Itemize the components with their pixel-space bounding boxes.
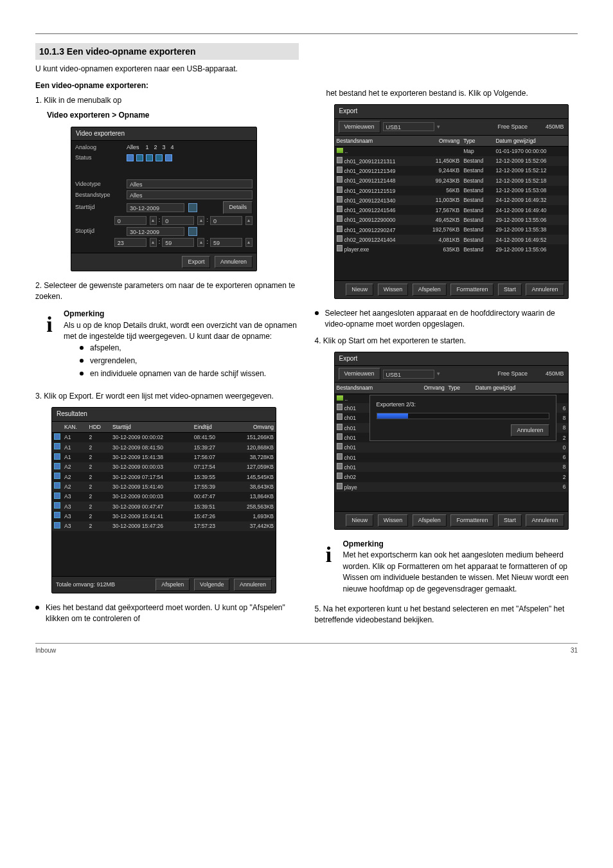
bullet-icon [35, 606, 39, 610]
start-h[interactable]: 0 [114, 216, 147, 225]
formatteren-button[interactable]: Formatteren [450, 284, 493, 296]
spin-icon[interactable]: ▴ [245, 238, 253, 247]
start-button[interactable]: Start [498, 514, 522, 527]
progress-cancel-button[interactable]: Annuleren [511, 424, 549, 437]
stop-m[interactable]: 59 [162, 238, 194, 247]
table-row[interactable]: ch01_20091212144899,243KBBestand12-12-20… [335, 176, 568, 185]
row-checkbox[interactable] [54, 453, 60, 460]
spin-icon[interactable]: ▴ [197, 216, 204, 225]
table-row[interactable]: A2230-12-2009 15:41:4017:55:3938,643KB [52, 482, 276, 491]
nieuw-button[interactable]: Nieuw [346, 284, 373, 296]
col-omvang: Omvang [420, 136, 461, 147]
start-s[interactable]: 0 [210, 216, 242, 225]
export-title: Export [335, 105, 568, 119]
page-footer: Inbouw 31 [35, 643, 578, 656]
row-checkbox[interactable] [54, 502, 60, 509]
table-row[interactable]: A2230-12-2009 00:00:0307:17:54127,059KB [52, 462, 276, 472]
spin-icon[interactable]: ▴ [150, 216, 157, 225]
annuleren-button[interactable]: Annuleren [234, 579, 272, 591]
refresh-button[interactable]: Vernieuwen [339, 368, 380, 380]
note-block-1: i Opmerking Als u op de knop Details dru… [35, 309, 299, 381]
spin-icon[interactable]: ▴ [245, 216, 253, 225]
status-cb-3[interactable] [146, 154, 153, 161]
volgende-button[interactable]: Volgende [194, 579, 230, 591]
calendar-icon[interactable] [188, 227, 197, 236]
start-m[interactable]: 0 [162, 216, 194, 225]
afspelen-button[interactable]: Afspelen [155, 579, 190, 591]
table-row[interactable]: A3230-12-2009 00:47:4715:39:51258,563KB [52, 502, 276, 511]
table-row[interactable]: player.exe635KBBestand29-12-2009 13:55:0… [335, 244, 568, 254]
status-cb-2[interactable] [136, 154, 143, 161]
table-row[interactable]: A3230-12-2009 00:00:0300:47:4713,864KB [52, 492, 276, 502]
results-title: Resultaten [52, 408, 276, 422]
row-checkbox[interactable] [54, 433, 60, 440]
spin-icon[interactable]: ▴ [150, 238, 157, 247]
start-button[interactable]: Start [498, 284, 522, 296]
device-select[interactable]: USB1 [383, 370, 434, 379]
details-button[interactable]: Details [223, 201, 253, 213]
table-row[interactable]: A1230-12-2009 08:41:5015:39:27120,868KB [52, 442, 276, 452]
wissen-button[interactable]: Wissen [378, 284, 409, 296]
annuleren-button[interactable]: Annuleren [526, 514, 564, 527]
status-cb-5[interactable] [165, 154, 172, 161]
row-checkbox[interactable] [54, 482, 60, 489]
table-row[interactable]: A3230-12-2009 15:47:2617:57:2337,442KB [52, 521, 276, 531]
export-button[interactable]: Export [182, 256, 210, 268]
status-cb-4[interactable] [155, 154, 163, 161]
file-icon [337, 186, 342, 193]
table-row[interactable]: ..Map01-01-1970 00:00:00 [335, 147, 568, 156]
info-icon: i [315, 539, 343, 570]
videotype-select[interactable]: Alles [127, 179, 253, 188]
nieuw-button[interactable]: Nieuw [346, 514, 373, 527]
table-row[interactable]: ch01_20091229000049,452KBBestand29-12-20… [335, 215, 568, 224]
device-select[interactable]: USB1 [383, 122, 434, 131]
file-icon [337, 235, 342, 242]
annuleren-button[interactable]: Annuleren [215, 256, 253, 268]
row-checkbox[interactable] [54, 473, 60, 479]
stop-s[interactable]: 59 [210, 238, 242, 247]
annuleren-button[interactable]: Annuleren [526, 284, 564, 296]
bullet-icon [80, 372, 84, 375]
table-row[interactable]: ch01_2009121213499,244KBBestand12-12-200… [335, 166, 568, 176]
file-icon [337, 463, 342, 469]
row-checkbox[interactable] [54, 493, 60, 499]
table-row[interactable]: A1230-12-2009 00:00:0208:41:50151,266KB [52, 432, 276, 442]
refresh-button[interactable]: Vernieuwen [339, 121, 380, 133]
row-checkbox[interactable] [54, 512, 60, 518]
afspelen-button[interactable]: Afspelen [413, 514, 447, 527]
calendar-icon[interactable] [188, 203, 197, 212]
bestandstype-select[interactable]: Alles [127, 190, 253, 199]
col-start: Starttijd [111, 422, 192, 433]
file-icon [337, 176, 342, 183]
step3: 3. Klik op Export. Er wordt een lijst me… [35, 391, 299, 402]
table-row[interactable]: ch01_200912290247192,576KBBestand29-12-2… [335, 225, 568, 235]
note-body-line: Als u op de knop Details drukt, wordt ee… [64, 320, 299, 343]
label-status: Status [75, 154, 127, 162]
status-cb-1[interactable] [127, 154, 134, 161]
row-checkbox[interactable] [54, 522, 60, 529]
free-space-label: Free Space [497, 370, 528, 378]
afspelen-button[interactable]: Afspelen [413, 284, 447, 296]
stop-date[interactable]: 30-12-2009 [127, 227, 184, 236]
footer-left: Inbouw [35, 646, 56, 656]
formatteren-button[interactable]: Formatteren [450, 514, 493, 527]
row-checkbox[interactable] [54, 443, 60, 449]
label-stoptijd: Stoptijd [75, 227, 127, 235]
start-date[interactable]: 30-12-2009 [127, 203, 184, 212]
spin-icon[interactable]: ▴ [197, 238, 204, 247]
stop-h[interactable]: 23 [114, 238, 147, 247]
table-row[interactable]: A2230-12-2009 07:17:5415:39:55145,545KB [52, 472, 276, 482]
table-row[interactable]: ch01_20091224134011,003KBBestand24-12-20… [335, 195, 568, 205]
table-row[interactable]: ch01_20091212151956KBBestand12-12-2009 1… [335, 186, 568, 195]
label-videotype: Videotype [75, 180, 127, 188]
table-row[interactable]: A3230-12-2009 15:41:4115:47:261,693KB [52, 511, 276, 521]
row-checkbox[interactable] [54, 463, 60, 469]
col-name: Bestandsnaam [335, 136, 420, 147]
table-row[interactable]: ch01_20091224154617,567KBBestand24-12-20… [335, 205, 568, 215]
table-row[interactable]: ch01_20091212131111,450KBBestand12-12-20… [335, 156, 568, 166]
bullet-icon [315, 311, 319, 315]
table-row[interactable]: A1230-12-2009 15:41:3817:56:0738,728KB [52, 453, 276, 462]
wissen-button[interactable]: Wissen [378, 514, 409, 527]
table-row[interactable]: ch02_2009122414044,081KBBestand24-12-200… [335, 235, 568, 244]
table-row: ch016 [335, 453, 568, 462]
